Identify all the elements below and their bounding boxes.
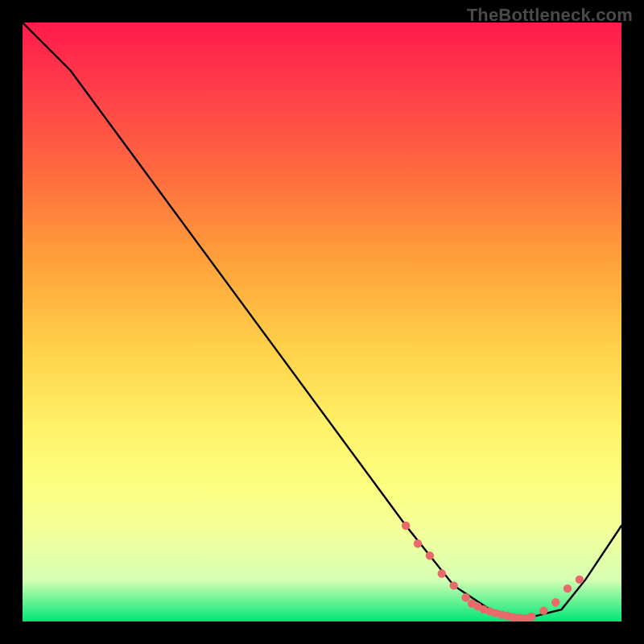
optimum-marker <box>426 551 434 559</box>
optimum-marker <box>414 539 422 547</box>
optimum-marker <box>450 581 458 589</box>
optimum-markers <box>402 522 584 621</box>
watermark-text: TheBottleneck.com <box>467 5 633 26</box>
plot-area <box>23 23 621 621</box>
curve-layer <box>23 23 621 621</box>
optimum-marker <box>402 522 410 530</box>
chart-frame: TheBottleneck.com <box>0 0 644 644</box>
optimum-marker <box>461 593 469 601</box>
optimum-marker <box>539 606 547 614</box>
optimum-marker <box>576 576 584 584</box>
optimum-marker <box>438 569 446 577</box>
optimum-marker <box>527 613 535 621</box>
bottleneck-curve-path <box>23 23 621 618</box>
optimum-marker <box>564 584 572 592</box>
optimum-marker <box>551 598 559 606</box>
